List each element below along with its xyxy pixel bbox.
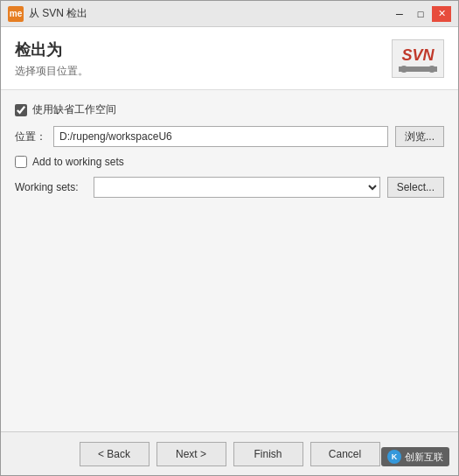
use-default-workspace-label: 使用缺省工作空间 (32, 102, 116, 117)
add-to-working-sets-row: Add to working sets (15, 156, 444, 168)
watermark: K 创新互联 (381, 447, 449, 466)
next-button[interactable]: Next > (156, 442, 226, 466)
content-area: 检出为 选择项目位置。 SVN 使用缺省工作空间 位置： 浏览... (1, 27, 458, 475)
working-sets-row: Working sets: Select... (15, 177, 444, 198)
header-text: 检出为 选择项目位置。 (15, 39, 88, 79)
use-default-workspace-checkbox[interactable] (15, 104, 27, 116)
close-button[interactable]: ✕ (432, 6, 451, 22)
working-sets-select[interactable] (94, 177, 380, 198)
main-window: me 从 SVN 检出 ─ □ ✕ 检出为 选择项目位置。 SVN (0, 0, 459, 476)
add-to-working-sets-label: Add to working sets (32, 156, 124, 168)
title-bar-controls: ─ □ ✕ (390, 6, 451, 22)
cancel-button[interactable]: Cancel (310, 442, 380, 466)
form-section: 使用缺省工作空间 位置： 浏览... Add to working sets W… (1, 90, 458, 210)
page-title: 检出为 (15, 39, 88, 60)
use-default-workspace-row: 使用缺省工作空间 (15, 102, 444, 117)
browse-button[interactable]: 浏览... (395, 126, 444, 147)
app-icon: me (8, 6, 24, 22)
select-button[interactable]: Select... (387, 177, 444, 198)
location-label: 位置： (15, 130, 46, 144)
svn-logo: SVN (392, 39, 444, 78)
finish-button[interactable]: Finish (233, 442, 303, 466)
title-bar-left: me 从 SVN 检出 (8, 6, 87, 22)
page-subtitle: 选择项目位置。 (15, 64, 88, 79)
location-row: 位置： 浏览... (15, 126, 444, 147)
header-section: 检出为 选择项目位置。 SVN (1, 27, 458, 90)
svn-logo-text: SVN (401, 46, 434, 65)
watermark-icon: K (387, 450, 401, 464)
add-to-working-sets-checkbox[interactable] (15, 156, 27, 168)
location-input[interactable] (53, 126, 388, 147)
svn-logo-decoration (399, 66, 437, 72)
content-spacer (1, 210, 458, 431)
minimize-button[interactable]: ─ (390, 6, 409, 22)
back-button[interactable]: < Back (80, 442, 150, 466)
maximize-button[interactable]: □ (411, 6, 430, 22)
title-bar: me 从 SVN 检出 ─ □ ✕ (1, 1, 458, 27)
watermark-text: 创新互联 (405, 451, 443, 464)
working-sets-label: Working sets: (15, 181, 87, 193)
window-title: 从 SVN 检出 (29, 6, 87, 21)
